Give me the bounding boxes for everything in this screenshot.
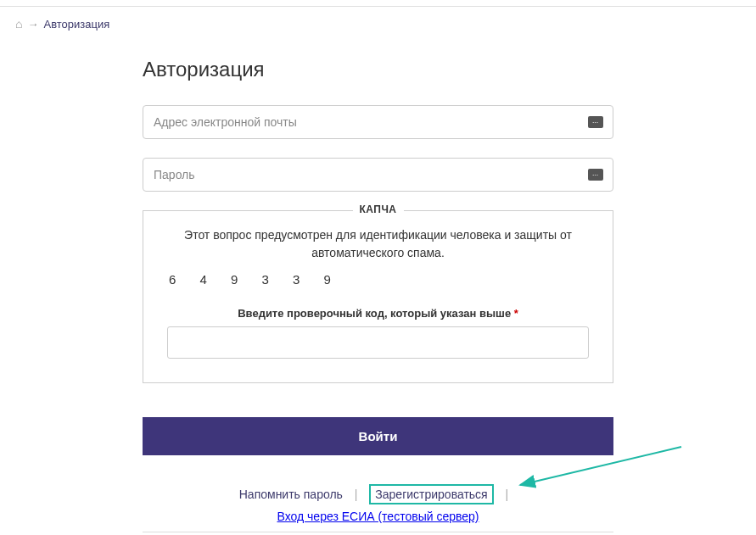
link-separator: | bbox=[506, 488, 509, 501]
top-divider bbox=[0, 0, 756, 7]
breadcrumb-current: Авторизация bbox=[43, 18, 109, 31]
esia-login-link[interactable]: Вход через ЕСИА (тестовый сервер) bbox=[277, 510, 479, 523]
password-field-wrap: ••• bbox=[143, 158, 613, 192]
email-field[interactable] bbox=[143, 105, 613, 139]
required-star: * bbox=[514, 307, 518, 320]
remind-password-link[interactable]: Напомнить пароль bbox=[239, 488, 343, 501]
email-field-wrap: ••• bbox=[143, 105, 613, 139]
page-title: Авторизация bbox=[143, 58, 613, 81]
password-field[interactable] bbox=[143, 158, 613, 192]
esia-row: Вход через ЕСИА (тестовый сервер) bbox=[143, 510, 613, 523]
captcha-box: КАПЧА Этот вопрос предусмотрен для идент… bbox=[143, 210, 613, 383]
captcha-code: 6 4 9 3 3 9 bbox=[167, 272, 589, 287]
captcha-description: Этот вопрос предусмотрен для идентификац… bbox=[167, 226, 589, 262]
bottom-divider bbox=[143, 532, 613, 532]
home-icon[interactable]: ⌂ bbox=[15, 17, 22, 31]
breadcrumb: ⌂ → Авторизация bbox=[0, 7, 756, 41]
links-row: Напомнить пароль | Зарегистрироваться | bbox=[143, 484, 613, 504]
captcha-label-text: Введите проверочный код, который указан … bbox=[238, 307, 511, 320]
register-link[interactable]: Зарегистрироваться bbox=[369, 484, 493, 504]
autofill-icon[interactable]: ••• bbox=[588, 116, 603, 128]
login-button[interactable]: Войти bbox=[143, 417, 613, 455]
arrow-right-icon: → bbox=[27, 18, 38, 31]
captcha-input-label: Введите проверочный код, который указан … bbox=[167, 307, 589, 320]
captcha-legend: КАПЧА bbox=[352, 203, 403, 215]
autofill-icon[interactable]: ••• bbox=[588, 169, 603, 181]
captcha-input[interactable] bbox=[167, 326, 589, 359]
link-separator: | bbox=[355, 488, 358, 501]
main-content: Авторизация ••• ••• КАПЧА Этот вопрос пр… bbox=[143, 41, 613, 523]
